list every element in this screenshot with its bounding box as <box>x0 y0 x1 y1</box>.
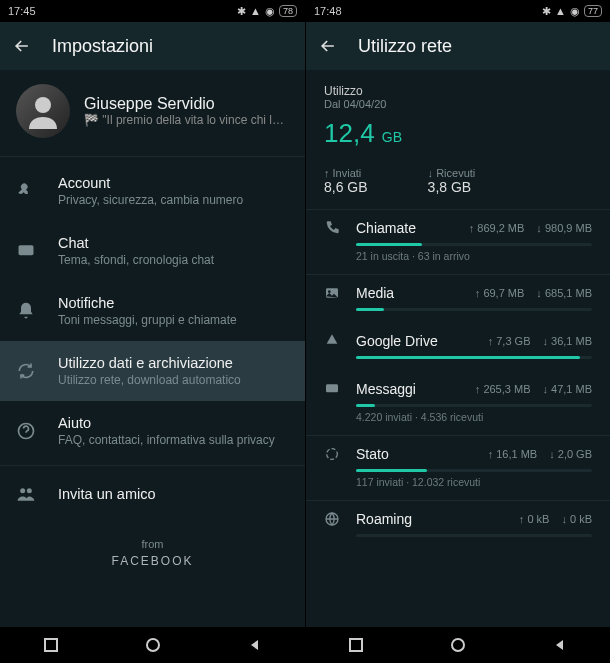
settings-item-label: Invita un amico <box>58 486 289 502</box>
category-detail: 117 inviati · 12.032 ricevuti <box>356 476 592 488</box>
category-down: ↓ 0 kB <box>561 513 592 525</box>
svg-point-0 <box>35 97 51 113</box>
nav-home[interactable] <box>145 637 161 653</box>
nav-home[interactable] <box>450 637 466 653</box>
category-name: Chiamate <box>356 220 455 236</box>
avatar <box>16 84 70 138</box>
settings-item-sub: Tema, sfondi, cronologia chat <box>58 253 289 267</box>
page-title: Utilizzo rete <box>358 36 452 57</box>
usage-category-media[interactable]: Media↑ 69,7 MB↓ 685,1 MB <box>306 275 610 323</box>
profile-name: Giuseppe Servidio <box>84 95 289 113</box>
settings-item-sub: FAQ, contattaci, informativa sulla priva… <box>58 433 289 447</box>
settings-item-sync[interactable]: Utilizzo dati e archiviazioneUtilizzo re… <box>0 341 305 401</box>
phone-icon <box>324 220 342 236</box>
settings-item-chat[interactable]: ChatTema, sfondi, cronologia chat <box>0 221 305 281</box>
svg-point-10 <box>327 449 338 460</box>
sent-label: ↑ Inviati <box>324 167 368 179</box>
settings-item-label: Aiuto <box>58 415 289 431</box>
progress-bar <box>356 469 592 472</box>
usage-category-globe[interactable]: Roaming↑ 0 kB↓ 0 kB <box>306 501 610 549</box>
usage-category-phone[interactable]: Chiamate↑ 869,2 MB↓ 980,9 MB21 in uscita… <box>306 210 610 275</box>
category-up: ↑ 7,3 GB <box>488 335 531 347</box>
category-down: ↓ 36,1 MB <box>542 335 592 347</box>
signal-icon: ▲ <box>250 5 261 17</box>
settings-item-people[interactable]: Invita un amico <box>0 470 305 518</box>
category-down: ↓ 980,9 MB <box>536 222 592 234</box>
svg-rect-5 <box>45 639 57 651</box>
drive-icon <box>324 333 342 349</box>
bluetooth-icon: ✱ <box>237 5 246 18</box>
globe-icon <box>324 511 342 527</box>
nav-back[interactable] <box>553 638 567 652</box>
progress-bar <box>356 308 592 311</box>
signal-icon: ▲ <box>555 5 566 17</box>
divider <box>0 465 305 466</box>
svg-rect-1 <box>19 245 34 255</box>
status-icon <box>324 446 342 462</box>
bluetooth-icon: ✱ <box>542 5 551 18</box>
settings-item-sub: Toni messaggi, gruppi e chiamate <box>58 313 289 327</box>
category-down: ↓ 685,1 MB <box>536 287 592 299</box>
svg-rect-9 <box>326 384 338 392</box>
sync-icon <box>16 361 38 381</box>
category-up: ↑ 69,7 MB <box>475 287 525 299</box>
key-icon <box>16 181 38 201</box>
usage-category-msg[interactable]: Messaggi↑ 265,3 MB↓ 47,1 MB4.220 inviati… <box>306 371 610 436</box>
usage-category-drive[interactable]: Google Drive↑ 7,3 GB↓ 36,1 MB <box>306 323 610 371</box>
nav-recent[interactable] <box>44 638 58 652</box>
svg-point-3 <box>20 488 25 493</box>
media-icon <box>324 285 342 301</box>
category-detail: 4.220 inviati · 4.536 ricevuti <box>356 411 592 423</box>
progress-bar <box>356 404 592 407</box>
back-button[interactable] <box>318 36 338 56</box>
category-down: ↓ 47,1 MB <box>542 383 592 395</box>
android-navbar <box>0 627 305 663</box>
settings-item-help[interactable]: AiutoFAQ, contattaci, informativa sulla … <box>0 401 305 461</box>
svg-point-8 <box>328 290 331 293</box>
svg-point-6 <box>147 639 159 651</box>
nav-back[interactable] <box>248 638 262 652</box>
settings-item-label: Account <box>58 175 289 191</box>
recv-label: ↓ Ricevuti <box>428 167 476 179</box>
usage-date: Dal 04/04/20 <box>324 98 592 110</box>
category-up: ↑ 0 kB <box>519 513 550 525</box>
status-time: 17:45 <box>8 5 36 17</box>
battery-icon: 78 <box>279 5 297 17</box>
wifi-icon: ◉ <box>265 5 275 18</box>
category-name: Messaggi <box>356 381 461 397</box>
settings-item-bell[interactable]: NotificheToni messaggi, gruppi e chiamat… <box>0 281 305 341</box>
category-name: Roaming <box>356 511 505 527</box>
facebook-brand: FACEBOOK <box>0 554 305 568</box>
svg-point-4 <box>27 488 32 493</box>
usage-header: Utilizzo rete <box>306 22 610 70</box>
settings-screen: 17:45 ✱ ▲ ◉ 78 Impostazioni Giuseppe Ser… <box>0 0 305 663</box>
android-navbar <box>306 627 610 663</box>
wifi-icon: ◉ <box>570 5 580 18</box>
back-button[interactable] <box>12 36 32 56</box>
page-title: Impostazioni <box>52 36 153 57</box>
svg-point-13 <box>452 639 464 651</box>
usage-total: 12,4 GB <box>324 118 592 149</box>
category-up: ↑ 16,1 MB <box>488 448 538 460</box>
recv-value: 3,8 GB <box>428 179 476 195</box>
settings-item-key[interactable]: AccountPrivacy, sicurezza, cambia numero <box>0 161 305 221</box>
nav-recent[interactable] <box>349 638 363 652</box>
battery-icon: 77 <box>584 5 602 17</box>
usage-category-status[interactable]: Stato↑ 16,1 MB↓ 2,0 GB117 inviati · 12.0… <box>306 436 610 501</box>
chat-icon <box>16 241 38 261</box>
category-name: Google Drive <box>356 333 474 349</box>
progress-bar <box>356 243 592 246</box>
status-time: 17:48 <box>314 5 342 17</box>
category-name: Stato <box>356 446 474 462</box>
bell-icon <box>16 301 38 321</box>
profile-row[interactable]: Giuseppe Servidio 🏁 "Il premio della vit… <box>0 70 305 152</box>
divider <box>0 156 305 157</box>
category-up: ↑ 265,3 MB <box>475 383 531 395</box>
from-label: from <box>0 538 305 550</box>
settings-item-sub: Utilizzo rete, download automatico <box>58 373 289 387</box>
category-up: ↑ 869,2 MB <box>469 222 525 234</box>
progress-bar <box>356 356 592 359</box>
svg-rect-12 <box>350 639 362 651</box>
settings-item-label: Notifiche <box>58 295 289 311</box>
profile-status: 🏁 "Il premio della vita lo vince chi la … <box>84 113 289 127</box>
